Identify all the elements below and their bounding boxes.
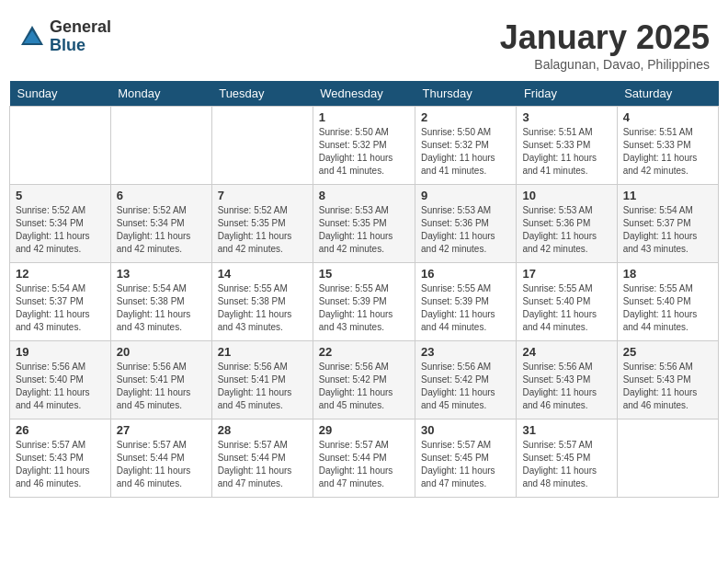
day-info: Sunrise: 5:53 AM Sunset: 5:35 PM Dayligh…: [319, 204, 409, 256]
calendar-cell: 26Sunrise: 5:57 AM Sunset: 5:43 PM Dayli…: [10, 419, 111, 498]
day-number: 22: [319, 345, 409, 359]
day-info: Sunrise: 5:56 AM Sunset: 5:40 PM Dayligh…: [16, 361, 105, 412]
day-number: 3: [522, 110, 610, 124]
calendar-cell: 9Sunrise: 5:53 AM Sunset: 5:36 PM Daylig…: [415, 185, 517, 263]
calendar-cell: 14Sunrise: 5:55 AM Sunset: 5:38 PM Dayli…: [211, 263, 313, 341]
calendar-cell: 7Sunrise: 5:52 AM Sunset: 5:35 PM Daylig…: [211, 185, 313, 263]
day-number: 31: [522, 423, 610, 437]
day-info: Sunrise: 5:54 AM Sunset: 5:38 PM Dayligh…: [117, 282, 206, 334]
calendar-cell: 5Sunrise: 5:52 AM Sunset: 5:34 PM Daylig…: [10, 185, 111, 263]
weekday-header-wednesday: Wednesday: [313, 81, 415, 107]
weekday-header-monday: Monday: [110, 81, 211, 107]
weekday-header-saturday: Saturday: [617, 81, 718, 107]
day-number: 16: [421, 267, 510, 281]
calendar-week-4: 19Sunrise: 5:56 AM Sunset: 5:40 PM Dayli…: [10, 341, 719, 419]
day-number: 25: [623, 345, 712, 359]
calendar-cell: 25Sunrise: 5:56 AM Sunset: 5:43 PM Dayli…: [617, 341, 718, 419]
calendar-cell: [10, 107, 111, 185]
calendar-week-3: 12Sunrise: 5:54 AM Sunset: 5:37 PM Dayli…: [10, 263, 719, 341]
calendar-cell: 18Sunrise: 5:55 AM Sunset: 5:40 PM Dayli…: [617, 263, 718, 341]
calendar-cell: 8Sunrise: 5:53 AM Sunset: 5:35 PM Daylig…: [313, 185, 415, 263]
day-number: 30: [421, 423, 510, 437]
logo-blue: Blue: [50, 37, 111, 55]
calendar-cell: 23Sunrise: 5:56 AM Sunset: 5:42 PM Dayli…: [415, 341, 517, 419]
logo-icon: [18, 23, 46, 51]
day-number: 26: [16, 423, 105, 437]
day-info: Sunrise: 5:57 AM Sunset: 5:45 PM Dayligh…: [522, 439, 610, 490]
calendar-cell: 6Sunrise: 5:52 AM Sunset: 5:34 PM Daylig…: [110, 185, 211, 263]
day-info: Sunrise: 5:55 AM Sunset: 5:39 PM Dayligh…: [319, 282, 409, 334]
logo: General Blue: [18, 18, 111, 55]
day-info: Sunrise: 5:52 AM Sunset: 5:35 PM Dayligh…: [218, 204, 307, 256]
day-number: 18: [623, 267, 712, 281]
day-info: Sunrise: 5:53 AM Sunset: 5:36 PM Dayligh…: [421, 204, 510, 256]
day-number: 9: [421, 189, 510, 202]
day-info: Sunrise: 5:52 AM Sunset: 5:34 PM Dayligh…: [16, 204, 105, 256]
day-info: Sunrise: 5:56 AM Sunset: 5:41 PM Dayligh…: [117, 361, 206, 412]
weekday-header-row: SundayMondayTuesdayWednesdayThursdayFrid…: [10, 81, 719, 107]
calendar-cell: 12Sunrise: 5:54 AM Sunset: 5:37 PM Dayli…: [10, 263, 111, 341]
location-subtitle: Balagunan, Davao, Philippines: [500, 57, 710, 72]
day-number: 7: [218, 189, 307, 202]
day-info: Sunrise: 5:57 AM Sunset: 5:45 PM Dayligh…: [421, 439, 510, 490]
day-info: Sunrise: 5:57 AM Sunset: 5:44 PM Dayligh…: [117, 439, 206, 490]
day-info: Sunrise: 5:51 AM Sunset: 5:33 PM Dayligh…: [522, 126, 610, 178]
calendar-cell: [211, 107, 313, 185]
calendar-cell: 1Sunrise: 5:50 AM Sunset: 5:32 PM Daylig…: [313, 107, 415, 185]
calendar-cell: 15Sunrise: 5:55 AM Sunset: 5:39 PM Dayli…: [313, 263, 415, 341]
calendar-cell: 17Sunrise: 5:55 AM Sunset: 5:40 PM Dayli…: [517, 263, 617, 341]
day-info: Sunrise: 5:52 AM Sunset: 5:34 PM Dayligh…: [117, 204, 206, 256]
day-number: 6: [117, 189, 206, 202]
day-info: Sunrise: 5:56 AM Sunset: 5:43 PM Dayligh…: [522, 361, 610, 412]
day-info: Sunrise: 5:57 AM Sunset: 5:44 PM Dayligh…: [319, 439, 409, 490]
calendar-week-2: 5Sunrise: 5:52 AM Sunset: 5:34 PM Daylig…: [10, 185, 719, 263]
day-info: Sunrise: 5:51 AM Sunset: 5:33 PM Dayligh…: [623, 126, 712, 178]
weekday-header-tuesday: Tuesday: [211, 81, 313, 107]
logo-text: General Blue: [50, 18, 111, 55]
day-number: 28: [218, 423, 307, 437]
day-number: 17: [522, 267, 610, 281]
day-number: 15: [319, 267, 409, 281]
calendar-week-5: 26Sunrise: 5:57 AM Sunset: 5:43 PM Dayli…: [10, 419, 719, 498]
day-number: 12: [16, 267, 105, 281]
day-info: Sunrise: 5:55 AM Sunset: 5:38 PM Dayligh…: [218, 282, 307, 334]
calendar-cell: 10Sunrise: 5:53 AM Sunset: 5:36 PM Dayli…: [517, 185, 617, 263]
day-number: 8: [319, 189, 409, 202]
day-number: 13: [117, 267, 206, 281]
day-number: 4: [623, 110, 712, 124]
day-info: Sunrise: 5:56 AM Sunset: 5:41 PM Dayligh…: [218, 361, 307, 412]
day-info: Sunrise: 5:54 AM Sunset: 5:37 PM Dayligh…: [16, 282, 105, 334]
day-number: 27: [117, 423, 206, 437]
title-block: January 2025 Balagunan, Davao, Philippin…: [500, 18, 710, 72]
calendar-cell: [110, 107, 211, 185]
calendar-cell: 22Sunrise: 5:56 AM Sunset: 5:42 PM Dayli…: [313, 341, 415, 419]
calendar-table: SundayMondayTuesdayWednesdayThursdayFrid…: [9, 81, 719, 498]
day-number: 2: [421, 110, 510, 124]
day-number: 5: [16, 189, 105, 202]
day-number: 20: [117, 345, 206, 359]
day-number: 29: [319, 423, 409, 437]
logo-general: General: [50, 18, 111, 37]
weekday-header-thursday: Thursday: [415, 81, 517, 107]
calendar-cell: 21Sunrise: 5:56 AM Sunset: 5:41 PM Dayli…: [211, 341, 313, 419]
day-info: Sunrise: 5:50 AM Sunset: 5:32 PM Dayligh…: [421, 126, 510, 178]
calendar-cell: 27Sunrise: 5:57 AM Sunset: 5:44 PM Dayli…: [110, 419, 211, 498]
calendar-cell: 4Sunrise: 5:51 AM Sunset: 5:33 PM Daylig…: [617, 107, 718, 185]
day-number: 24: [522, 345, 610, 359]
calendar-week-1: 1Sunrise: 5:50 AM Sunset: 5:32 PM Daylig…: [10, 107, 719, 185]
weekday-header-sunday: Sunday: [10, 81, 111, 107]
day-number: 10: [522, 189, 610, 202]
day-info: Sunrise: 5:50 AM Sunset: 5:32 PM Dayligh…: [319, 126, 409, 178]
calendar-cell: 30Sunrise: 5:57 AM Sunset: 5:45 PM Dayli…: [415, 419, 517, 498]
day-number: 19: [16, 345, 105, 359]
calendar-cell: 24Sunrise: 5:56 AM Sunset: 5:43 PM Dayli…: [517, 341, 617, 419]
calendar-cell: 19Sunrise: 5:56 AM Sunset: 5:40 PM Dayli…: [10, 341, 111, 419]
month-title: January 2025: [500, 18, 710, 57]
calendar-cell: 16Sunrise: 5:55 AM Sunset: 5:39 PM Dayli…: [415, 263, 517, 341]
day-info: Sunrise: 5:56 AM Sunset: 5:43 PM Dayligh…: [623, 361, 712, 412]
calendar-cell: 11Sunrise: 5:54 AM Sunset: 5:37 PM Dayli…: [617, 185, 718, 263]
day-number: 14: [218, 267, 307, 281]
day-number: 1: [319, 110, 409, 124]
calendar-cell: 3Sunrise: 5:51 AM Sunset: 5:33 PM Daylig…: [517, 107, 617, 185]
day-info: Sunrise: 5:57 AM Sunset: 5:44 PM Dayligh…: [218, 439, 307, 490]
